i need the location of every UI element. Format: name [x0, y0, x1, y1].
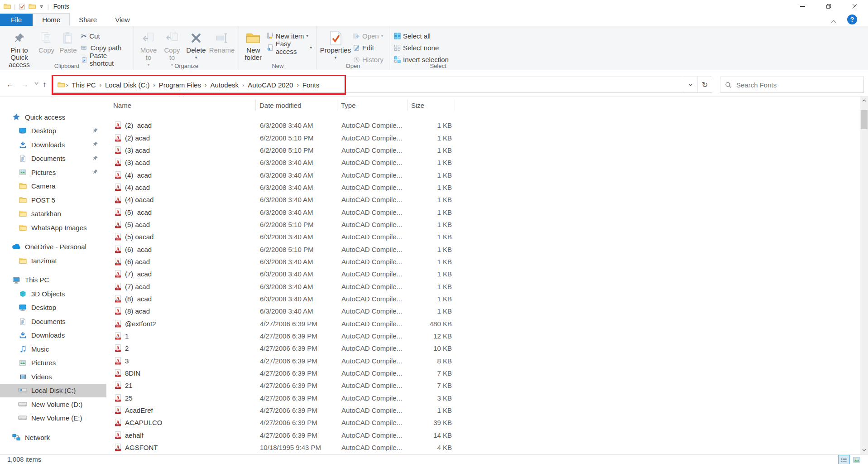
breadcrumb-item-this-pc[interactable]: This PC — [68, 81, 99, 89]
sidebar-item-desktop[interactable]: Desktop — [0, 124, 106, 138]
file-row-acapulco[interactable]: ASHXACAPULCO4/27/2006 6:39 PMAutoCAD Com… — [106, 416, 860, 429]
delete-button[interactable]: Delete ▾ — [184, 29, 208, 63]
sidebar-section-network[interactable]: Network — [0, 430, 106, 445]
file-row-7-acad[interactable]: ASHX(7) acad6/3/2008 3:40 AMAutoCAD Comp… — [106, 268, 860, 280]
select-all-button[interactable]: Select all — [392, 31, 451, 41]
recent-locations-chevron-icon[interactable] — [34, 82, 38, 85]
tab-file[interactable]: File — [0, 14, 33, 26]
file-row-2[interactable]: ASHX24/27/2006 6:39 PMAutoCAD Compile...… — [106, 342, 860, 354]
file-row-acaderef[interactable]: ASHXAcadEref4/27/2006 6:39 PMAutoCAD Com… — [106, 404, 860, 416]
sidebar-item-3d-objects[interactable]: 3D Objects — [0, 287, 106, 301]
sidebar-item-downloads[interactable]: Downloads — [0, 138, 106, 152]
breadcrumb-item-fonts[interactable]: Fonts — [299, 81, 323, 89]
cut-button[interactable]: ✂ Cut — [79, 31, 131, 41]
collapse-ribbon-chevron-icon[interactable] — [831, 20, 836, 23]
column-header-size[interactable]: Size — [408, 100, 455, 111]
sidebar-section-this-pc[interactable]: This PC — [0, 273, 106, 287]
copy-button[interactable]: Copy — [36, 29, 57, 55]
breadcrumb-item-local-disk-c[interactable]: Local Disk (C:) — [102, 81, 153, 89]
sidebar-item-new-volume-e[interactable]: New Volume (E:) — [0, 411, 106, 425]
file-row-25[interactable]: ASHX254/27/2006 6:39 PMAutoCAD Compile..… — [106, 392, 860, 404]
easy-access-button[interactable]: Easy access ▾ — [265, 43, 314, 53]
minimize-button[interactable] — [789, 0, 815, 13]
sidebar-item-tanzimat[interactable]: tanzimat — [0, 254, 106, 268]
column-header-name[interactable]: Name — [106, 100, 256, 111]
scrollbar-thumb[interactable] — [861, 110, 868, 129]
up-arrow-icon[interactable]: ↑ — [43, 80, 47, 89]
file-row-2-acad[interactable]: ASHX(2) acad6/3/2008 3:40 AMAutoCAD Comp… — [106, 119, 860, 131]
file-row-5-oacad[interactable]: ASHX(5) oacad6/3/2008 3:40 AMAutoCAD Com… — [106, 231, 860, 243]
file-row-4-oacad[interactable]: ASHX(4) oacad6/3/2008 3:40 AMAutoCAD Com… — [106, 193, 860, 206]
file-row-6-acad[interactable]: ASHX(6) acad6/2/2008 5:10 PMAutoCAD Comp… — [106, 243, 860, 255]
file-row-aehalf[interactable]: ASHXaehalf4/27/2006 6:39 PMAutoCAD Compi… — [106, 429, 860, 441]
sidebar-item-documents[interactable]: Documents — [0, 314, 106, 329]
file-row-3-acad[interactable]: ASHX(3) acad6/3/2008 3:40 AMAutoCAD Comp… — [106, 156, 860, 169]
customize-quick-access-icon[interactable] — [39, 4, 44, 9]
sidebar-item-whatsapp-images[interactable]: WhatsApp Images — [0, 221, 106, 235]
close-button[interactable] — [842, 0, 868, 13]
file-row-2-acad[interactable]: ASHX(2) acad6/2/2008 5:10 PMAutoCAD Comp… — [106, 131, 860, 144]
file-row-8-acad[interactable]: ASHX(8) acad6/3/2008 3:40 AMAutoCAD Comp… — [106, 305, 860, 317]
edit-button[interactable]: Edit — [351, 43, 385, 53]
properties-button[interactable]: Properties ▾ — [320, 29, 351, 63]
sidebar-item-camera[interactable]: Camera — [0, 179, 106, 193]
file-row-8din[interactable]: ASHX8DIN4/27/2006 6:39 PMAutoCAD Compile… — [106, 367, 860, 379]
restore-button[interactable] — [815, 0, 842, 13]
select-none-button[interactable]: Select none — [392, 43, 451, 53]
new-item-button[interactable]: New item ▾ — [265, 31, 314, 41]
file-row-4-acad[interactable]: ASHX(4) acad6/3/2008 3:40 AMAutoCAD Comp… — [106, 181, 860, 193]
breadcrumb-item-autodesk[interactable]: Autodesk — [207, 81, 242, 89]
column-header-type[interactable]: Type — [337, 100, 408, 111]
file-row-3-acad[interactable]: ASHX(3) acad6/2/2008 5:10 PMAutoCAD Comp… — [106, 144, 860, 156]
file-row-5-acad[interactable]: ASHX(5) acad6/2/2008 5:10 PMAutoCAD Comp… — [106, 218, 860, 231]
sidebar-item-pictures[interactable]: Pictures — [0, 356, 106, 370]
tab-view[interactable]: View — [106, 14, 139, 26]
sidebar-item-pictures[interactable]: Pictures — [0, 165, 106, 179]
scroll-down-arrow-icon[interactable] — [860, 446, 868, 454]
new-folder-qat-icon[interactable] — [29, 3, 36, 10]
file-row-extfont2[interactable]: ASHX@extfont24/27/2006 6:39 PMAutoCAD Co… — [106, 318, 860, 330]
file-row-1[interactable]: ASHX14/27/2006 6:39 PMAutoCAD Compile...… — [106, 330, 860, 342]
file-row-3[interactable]: ASHX34/27/2006 6:39 PMAutoCAD Compile...… — [106, 355, 860, 367]
address-dropdown-chevron-icon[interactable] — [683, 77, 697, 92]
rename-button[interactable]: Rename — [208, 29, 235, 55]
sidebar-item-local-disk-c[interactable]: Local Disk (C:) — [0, 384, 106, 398]
sidebar-item-videos[interactable]: Videos — [0, 370, 106, 384]
scroll-up-arrow-icon[interactable] — [860, 97, 868, 104]
file-row-8-acad[interactable]: ASHX(8) acad6/3/2008 3:40 AMAutoCAD Comp… — [106, 293, 860, 305]
search-input[interactable] — [736, 81, 859, 89]
sidebar-item-downloads[interactable]: Downloads — [0, 329, 106, 343]
file-row-agsfont[interactable]: ASHXAGSFONT10/18/1995 9:43 PMAutoCAD Com… — [106, 441, 860, 454]
sidebar-item-post-5[interactable]: POST 5 — [0, 193, 106, 207]
sidebar-item-desktop[interactable]: Desktop — [0, 301, 106, 315]
open-button[interactable]: Open ▾ — [351, 31, 385, 41]
sidebar-item-new-volume-d[interactable]: New Volume (D:) — [0, 397, 106, 411]
thumbnail-view-button[interactable] — [851, 455, 863, 464]
sidebar-item-documents[interactable]: Documents — [0, 152, 106, 166]
details-view-button[interactable] — [838, 455, 850, 464]
breadcrumb-item-autocad-2020[interactable]: AutoCAD 2020 — [245, 81, 296, 89]
tab-home[interactable]: Home — [33, 13, 70, 26]
file-row-21[interactable]: ASHX214/27/2006 6:39 PMAutoCAD Compile..… — [106, 379, 860, 392]
file-row-4-acad[interactable]: ASHX(4) acad6/3/2008 3:40 AMAutoCAD Comp… — [106, 169, 860, 181]
tab-share[interactable]: Share — [70, 14, 106, 26]
sidebar-item-music[interactable]: Music — [0, 342, 106, 356]
sidebar-item-satarkhan[interactable]: satarkhan — [0, 207, 106, 221]
sidebar-section-onedrive-personal[interactable]: OneDrive - Personal — [0, 240, 106, 254]
file-row-5-acad[interactable]: ASHX(5) acad6/3/2008 3:40 AMAutoCAD Comp… — [106, 206, 860, 218]
column-header-date-modified[interactable]: Date modified — [256, 100, 337, 111]
forward-arrow-icon[interactable]: → — [21, 80, 29, 89]
vertical-scrollbar[interactable] — [860, 97, 868, 454]
breadcrumb-item-program-files[interactable]: Program Files — [156, 81, 204, 89]
refresh-icon[interactable]: ↻ — [697, 77, 712, 92]
back-arrow-icon[interactable]: ← — [6, 80, 14, 89]
help-icon[interactable]: ? — [847, 14, 857, 24]
new-folder-button[interactable]: New folder — [242, 29, 265, 63]
file-row-7-acad[interactable]: ASHX(7) acad6/3/2008 3:40 AMAutoCAD Comp… — [106, 280, 860, 292]
sidebar-section-quick-access[interactable]: Quick access — [0, 110, 106, 124]
paste-button[interactable]: Paste — [57, 29, 79, 55]
file-row-6-acad[interactable]: ASHX(6) acad6/3/2008 3:40 AMAutoCAD Comp… — [106, 256, 860, 268]
copy-path-button[interactable]: Copy path — [79, 43, 131, 53]
address-bar[interactable]: ›This PC›Local Disk (C:)›Program Files›A… — [53, 77, 712, 93]
properties-check-icon[interactable] — [19, 3, 25, 10]
